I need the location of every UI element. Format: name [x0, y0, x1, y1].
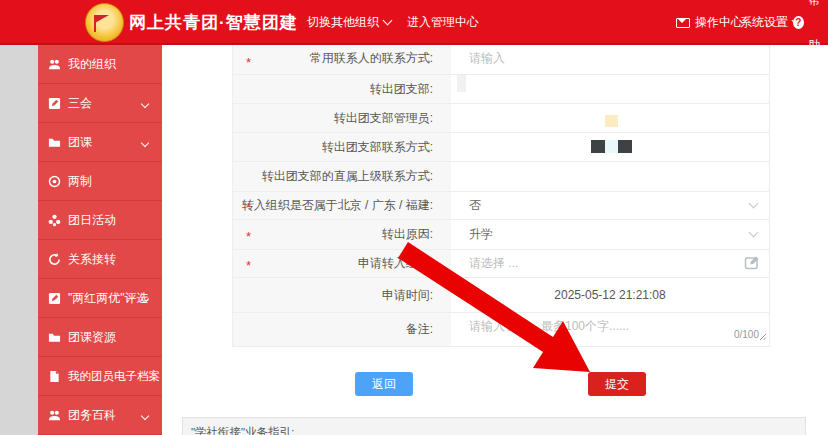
sidebar-item-label: 团课资源 [68, 329, 116, 346]
field-label: 转出团支部管理员: [233, 104, 451, 132]
field-label: *常用联系人的联系方式: [233, 45, 451, 74]
field-label: 转出团支部的直属上级联系方式: [233, 162, 451, 191]
form-row-target-organization: *申请转入组织: 请选择 ... [233, 250, 769, 278]
app-title: 网上共青团·智慧团建 [129, 0, 298, 45]
question-icon: ? [793, 16, 804, 29]
people-icon [48, 58, 61, 71]
form-row-superior-contact: 转出团支部的直属上级联系方式: [233, 162, 769, 192]
sidebar-item-sanhui[interactable]: 三会 [38, 84, 162, 123]
switch-org-menu[interactable]: 切换其他组织 [307, 0, 391, 45]
apply-time-value: 2025-05-12 21:21:08 [451, 278, 769, 312]
remarks-textarea[interactable]: 请输入备注，最多100个字...... 0/100 [451, 313, 769, 346]
sidebar-item-label: 关系接转 [68, 251, 116, 268]
out-branch-value [451, 75, 769, 103]
required-asterisk: * [246, 228, 251, 243]
league-emblem-logo [85, 3, 124, 42]
system-settings-label: 系统设置 [740, 0, 788, 45]
help-link[interactable]: ? 帮助 [793, 0, 828, 45]
transfer-form-table: *常用联系人的联系方式: 请输入 转出团支部: 转出团支部管理员: 转出团支部联… [232, 45, 770, 347]
flag-icon [95, 15, 109, 23]
required-asterisk: * [246, 199, 251, 214]
sidebar-item-label: 团日活动 [68, 212, 116, 229]
edit-icon[interactable] [744, 254, 761, 273]
textarea-placeholder: 请输入备注，最多100个字...... [469, 318, 629, 335]
people-icon [48, 409, 61, 422]
sidebar-item-label: 团务百科 [68, 407, 116, 424]
guide-title: "学社衔接"业务指引: [183, 418, 805, 435]
field-label: 申请时间: [233, 278, 451, 312]
chevron-down-icon [749, 198, 759, 208]
business-guide-panel: "学社衔接"业务指引: [182, 417, 806, 435]
form-row-out-branch: 转出团支部: [233, 75, 769, 104]
resize-grip-icon[interactable] [759, 330, 767, 344]
sidebar-item-label: 两制 [68, 173, 92, 190]
sidebar-nav: 我的组织 三会 团课 两制 团日活动 关系接转 "两红两优"评选 [38, 45, 162, 435]
sidebar-item-my-member-earchive[interactable]: 我的团员电子档案 [38, 357, 162, 396]
redaction-block [591, 140, 605, 153]
form-row-contact-method: *常用联系人的联系方式: 请输入 [233, 45, 769, 75]
input-placeholder: 请输入 [469, 50, 505, 67]
envelope-icon [676, 18, 690, 28]
field-label: 转出团支部联系方式: [233, 133, 451, 161]
sidebar-item-my-organization[interactable]: 我的组织 [38, 45, 162, 84]
refresh-icon [48, 253, 61, 266]
superior-contact-value [451, 162, 769, 191]
field-label: *转出原因: [233, 220, 451, 249]
field-label: *申请转入组织: [233, 250, 451, 277]
required-asterisk: * [246, 257, 251, 272]
chevron-down-icon [141, 412, 149, 420]
system-settings-menu[interactable]: 系统设置 [740, 0, 800, 45]
left-gutter [0, 45, 38, 435]
transfer-reason-select[interactable]: 升学 [451, 220, 769, 249]
sidebar-item-label: 团课 [68, 134, 92, 151]
redaction-block [605, 115, 618, 127]
operation-center-label: 操作中心 [695, 0, 743, 45]
char-counter: 0/100 [734, 329, 759, 340]
submit-button[interactable]: 提交 [588, 372, 646, 396]
redaction-block [605, 140, 618, 153]
redaction-block [457, 75, 466, 92]
field-label: 备注: [233, 313, 451, 346]
target-organization-picker[interactable]: 请选择 ... [451, 250, 769, 277]
enter-admin-label: 进入管理中心 [407, 0, 479, 45]
switch-org-label: 切换其他组织 [307, 0, 379, 45]
field-label: *转入组织是否属于北京 / 广东 / 福建: [233, 192, 451, 219]
form-row-region-select: *转入组织是否属于北京 / 广东 / 福建: 否 [233, 192, 769, 220]
region-select[interactable]: 否 [451, 192, 769, 219]
operation-center-link[interactable]: 操作中心 [676, 0, 743, 45]
activity-icon [48, 214, 61, 227]
selected-value: 否 [469, 197, 481, 214]
sidebar-item-lianghong-liangyou[interactable]: "两红两优"评选 [38, 279, 162, 318]
sidebar-item-liangzhi[interactable]: 两制 [38, 162, 162, 201]
redaction-block [618, 140, 632, 153]
form-row-out-branch-admin: 转出团支部管理员: [233, 104, 769, 133]
contact-method-input[interactable]: 请输入 [451, 45, 769, 74]
sidebar-item-tuanke[interactable]: 团课 [38, 123, 162, 162]
sidebar-item-tuanke-resources[interactable]: 团课资源 [38, 318, 162, 357]
required-asterisk: * [246, 55, 251, 70]
top-header: 网上共青团·智慧团建 切换其他组织 进入管理中心 操作中心 系统设置 ? 帮助 [0, 0, 828, 45]
chevron-down-icon [141, 139, 149, 147]
pencil-square-icon [48, 97, 61, 110]
sidebar-item-label: "两红两优"评选 [68, 290, 149, 307]
sidebar-item-label: 我的组织 [68, 56, 116, 73]
sidebar-item-league-day-activity[interactable]: 团日活动 [38, 201, 162, 240]
chevron-down-icon [383, 16, 393, 26]
chevron-down-icon [749, 227, 759, 237]
folder-icon [48, 331, 61, 344]
selected-value: 升学 [469, 226, 493, 243]
help-label: 帮助 [809, 0, 828, 68]
form-row-transfer-reason: *转出原因: 升学 [233, 220, 769, 250]
target-icon [48, 175, 61, 188]
enter-admin-link[interactable]: 进入管理中心 [407, 0, 479, 45]
field-label: 转出团支部: [233, 75, 451, 103]
chevron-down-icon [141, 100, 149, 108]
pencil-square-icon [48, 292, 61, 305]
form-row-out-branch-contact: 转出团支部联系方式: [233, 133, 769, 162]
back-button[interactable]: 返回 [355, 372, 413, 396]
form-row-apply-time: 申请时间: 2025-05-12 21:21:08 [233, 278, 769, 313]
sidebar-item-label: 我的团员电子档案 [68, 369, 160, 384]
sidebar-item-league-affairs-wiki[interactable]: 团务百科 [38, 396, 162, 435]
sidebar-item-relationship-transfer[interactable]: 关系接转 [38, 240, 162, 279]
input-placeholder: 请选择 ... [469, 255, 518, 272]
